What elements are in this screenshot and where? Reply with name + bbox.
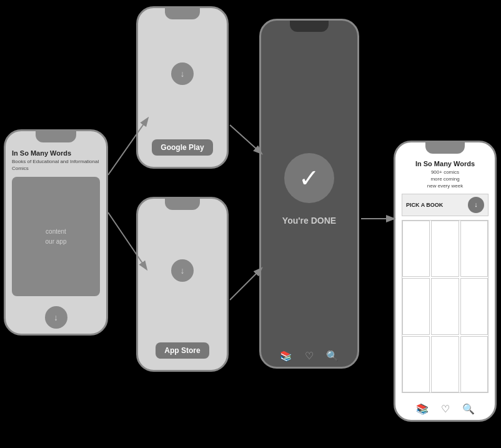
phone-1-subtitle: Books of Educational and Informational C… (9, 159, 102, 174)
svg-line-3 (230, 269, 261, 300)
phone-3-notch (165, 199, 201, 210)
grid-cell-8[interactable] (431, 336, 459, 392)
phone-4-bottom: 📚 ♡ 🔍 (261, 346, 357, 367)
phone-3: ↓ App Store (136, 197, 229, 372)
phone-1-bottom: ↓ (6, 302, 106, 334)
phone-1-notch (36, 131, 76, 142)
check-icon: ✓ (299, 166, 320, 191)
google-play-badge[interactable]: Google Play (152, 139, 212, 156)
scene: In So Many Words Books of Educational an… (0, 0, 501, 448)
phone-2-notch (165, 8, 201, 19)
pick-a-book-bar: PICK A BOOK ↓ (402, 194, 489, 216)
phone-1-card: content our app (12, 177, 100, 296)
phone-2-download-arrow: ↓ (181, 69, 185, 78)
phone-5-download-arrow: ↓ (474, 201, 478, 208)
phone-1-download-arrow: ↓ (54, 313, 58, 322)
grid-cell-5[interactable] (431, 278, 459, 334)
phone-1-download-btn[interactable]: ↓ (45, 306, 67, 329)
phone-5: In So Many Words 900+ comicsmore comingn… (394, 141, 497, 422)
grid-cell-2[interactable] (431, 221, 459, 277)
done-text: You're DONE (282, 216, 336, 226)
phone-4-check-area: ✓ You're DONE (261, 32, 357, 346)
phone-4: ✓ You're DONE 📚 ♡ 🔍 (259, 19, 359, 369)
grid-cell-1[interactable] (402, 221, 430, 277)
phone-5-subtitle: 900+ comicsmore comingnew every week (399, 169, 491, 192)
phone-3-download-btn[interactable]: ↓ (171, 259, 194, 282)
grid-cell-6[interactable] (460, 278, 488, 334)
grid-cell-4[interactable] (402, 278, 430, 334)
svg-line-2 (230, 125, 261, 153)
phone-2: ↓ Google Play (136, 6, 229, 169)
phone-4-heart-icon[interactable]: ♡ (305, 350, 314, 362)
phone-5-title: In So Many Words (399, 157, 491, 169)
pick-a-book-label: PICK A BOOK (406, 202, 443, 208)
phone-5-notch (425, 142, 465, 154)
phone-4-notch (290, 21, 329, 32)
phone-2-download-btn[interactable]: ↓ (171, 62, 194, 85)
phone-4-search-icon[interactable]: 🔍 (326, 350, 339, 362)
phone-5-library-icon[interactable]: 📚 (416, 403, 429, 415)
grid-cell-9[interactable] (460, 336, 488, 392)
grid-cell-3[interactable] (460, 221, 488, 277)
book-grid (402, 220, 489, 393)
phone-5-search-icon[interactable]: 🔍 (462, 403, 475, 415)
phone-1-card-text: content our app (46, 227, 67, 247)
phone-1: In So Many Words Books of Educational an… (4, 129, 108, 336)
phone-5-bottom: 📚 ♡ 🔍 (395, 399, 495, 420)
grid-cell-7[interactable] (402, 336, 430, 392)
phone-1-title: In So Many Words (9, 146, 102, 159)
phone-5-download-btn[interactable]: ↓ (468, 197, 484, 213)
check-circle: ✓ (284, 153, 334, 203)
app-store-badge[interactable]: App Store (156, 342, 209, 359)
phone-4-library-icon[interactable]: 📚 (280, 350, 292, 362)
phone-3-download-arrow: ↓ (181, 266, 185, 275)
phone-5-heart-icon[interactable]: ♡ (441, 403, 450, 415)
